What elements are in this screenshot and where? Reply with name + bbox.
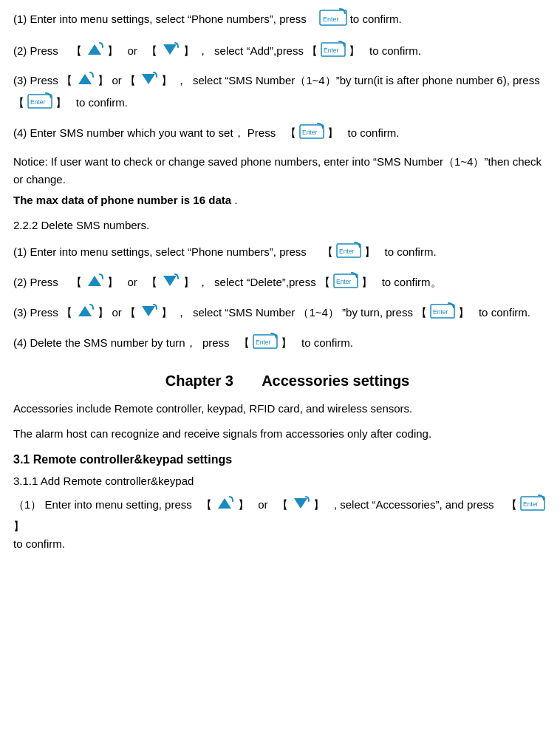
del-step3-para: (3) Press 【 】 or 【 】 ， select “SMS Numbe… xyxy=(13,302,547,325)
bracket-close-1: 】 xyxy=(107,44,118,57)
down-arrow-icon-d2 xyxy=(160,273,180,294)
svg-text:Enter: Enter xyxy=(256,339,270,346)
enter-icon-d4: Enter xyxy=(253,333,278,356)
step311-1-middle: , select “Accessories”, and press xyxy=(334,498,494,511)
bracket-open-4: 【 xyxy=(61,74,72,86)
bracket-close-d2c: 】 xyxy=(361,276,372,288)
section311-heading: 3.1.1 Add Remote controller&keypad xyxy=(13,472,547,490)
enter-icon-d3: Enter xyxy=(430,302,455,325)
notice-end: . xyxy=(234,194,237,206)
del-step1-text: (1) Enter into menu settings, select “Ph… xyxy=(13,245,307,258)
enter-icon-3: Enter xyxy=(27,92,52,115)
del-step1-confirm: to confirm. xyxy=(385,245,437,258)
bracket-close-3: 】 xyxy=(349,44,360,57)
del-step2-middle: ， select “Delete”,press xyxy=(197,276,316,288)
step2-add-prefix: (2) Press xyxy=(13,44,58,57)
bracket-close-d3a: 】 xyxy=(98,306,109,319)
del-step3-middle: ， select “SMS Number （1~4） ”by turn, pre… xyxy=(176,306,413,319)
enter-icon-d2: Enter xyxy=(333,272,358,295)
del-step2-para: (2) Press 【 】 or 【 】 ， select “Delete”,p… xyxy=(13,272,547,295)
step4-add-text: (4) Enter SMS number which you want to s… xyxy=(13,126,276,139)
bracket-close-311c: 】 xyxy=(13,520,24,532)
step311-1-suffix: to confirm. xyxy=(13,537,65,550)
notice-para: Notice: If user want to check or change … xyxy=(13,153,547,188)
bracket-close-d3b: 】 xyxy=(161,306,172,319)
up-arrow-icon-d3 xyxy=(75,303,95,324)
bracket-open-d2b: 【 xyxy=(146,276,157,288)
bracket-close-7: 】 xyxy=(327,126,338,139)
step1-add-para: (1) Enter into menu settings, select “Ph… xyxy=(13,7,547,33)
step3-add-middle: ， select “SMS Number（1~4）”by turn(it is … xyxy=(176,74,540,86)
bracket-close-2: 】 xyxy=(183,44,194,57)
up-arrow-icon-2 xyxy=(75,71,95,92)
bracket-open-d1: 【 xyxy=(322,245,333,258)
bracket-close-6: 】 xyxy=(55,96,66,109)
bracket-open-311c: 【 xyxy=(506,498,517,511)
del-step3-confirm: to confirm. xyxy=(479,306,530,319)
notice-bold-text: The max data of phone number is 16 data xyxy=(13,194,231,206)
enter-icon-311: Enter xyxy=(520,495,545,517)
svg-text:Enter: Enter xyxy=(30,98,45,106)
down-arrow-icon-2 xyxy=(139,71,158,92)
bracket-open-d2a: 【 xyxy=(71,276,82,288)
step311-1-para: （1） Enter into menu setting, press 【 】 o… xyxy=(13,495,547,553)
chapter3-subtitle: Accessories settings xyxy=(262,373,409,389)
del-step4-para: (4) Delete the SMS number by turn， press… xyxy=(13,333,547,356)
bracket-open-311a: 【 xyxy=(201,498,212,511)
bracket-open-1: 【 xyxy=(71,44,82,57)
svg-text:Enter: Enter xyxy=(339,248,354,255)
bracket-open-2: 【 xyxy=(146,44,157,57)
notice-bold-para: The max data of phone number is 16 data … xyxy=(13,191,547,209)
step4-add-confirm: to confirm. xyxy=(348,126,400,139)
up-arrow-icon-d2 xyxy=(85,273,104,294)
del-step4-confirm: to confirm. xyxy=(301,336,353,349)
bracket-open-d3b: 【 xyxy=(125,306,136,319)
chapter3-title: Chapter 3 xyxy=(165,373,233,389)
enter-icon-d1: Enter xyxy=(336,242,361,265)
svg-text:Enter: Enter xyxy=(323,16,339,23)
accessories-intro2-para: The alarm host can recognize and receive… xyxy=(13,425,547,443)
step1-add-text: (1) Enter into menu settings, select “Ph… xyxy=(13,13,307,25)
step2-add-middle: ， select “Add”,press xyxy=(197,44,304,57)
bracket-close-d4: 】 xyxy=(281,336,292,349)
step4-add-para: (4) Enter SMS number which you want to s… xyxy=(13,123,547,146)
step3-add-confirm: to confirm. xyxy=(76,96,128,109)
bracket-open-6: 【 xyxy=(13,96,24,109)
step3-add-prefix: (3) Press xyxy=(13,74,58,86)
chapter3-heading: Chapter 3 Accessories settings xyxy=(13,369,547,393)
bracket-open-5: 【 xyxy=(125,74,136,86)
bracket-open-3: 【 xyxy=(307,44,318,57)
step2-add-or: or xyxy=(127,44,137,57)
del-step2-or: or xyxy=(127,276,137,288)
del-step2-prefix: (2) Press xyxy=(13,276,58,288)
accessories-intro1: Accessories include Remote controller, k… xyxy=(13,402,412,415)
step311-1-prefix: （1） Enter into menu setting, press xyxy=(13,498,192,511)
step311-1-or: or xyxy=(258,498,267,511)
bracket-close-d1: 】 xyxy=(364,245,375,258)
bracket-open-311b: 【 xyxy=(277,498,288,511)
del-step1-para: (1) Enter into menu settings, select “Ph… xyxy=(13,242,547,265)
up-arrow-icon-1 xyxy=(85,41,104,63)
del-step3-or: or xyxy=(112,306,122,319)
bracket-open-d3a: 【 xyxy=(61,306,72,319)
accessories-intro2: The alarm host can recognize and receive… xyxy=(13,427,431,440)
step2-add-para: (2) Press 【 】 or 【 】 ， select “Add”,pres… xyxy=(13,41,547,64)
bracket-close-d3c: 】 xyxy=(458,306,469,319)
enter-icon-4: Enter xyxy=(299,123,324,146)
step1-add-confirm: to confirm. xyxy=(350,13,402,25)
bracket-open-7: 【 xyxy=(285,126,296,139)
accessories-intro1-para: Accessories include Remote controller, k… xyxy=(13,400,547,418)
up-arrow-icon-311 xyxy=(215,495,234,517)
del-step2-confirm: to confirm。 xyxy=(382,276,442,288)
bracket-close-311a: 】 xyxy=(238,498,249,511)
enter-icon-1: Enter xyxy=(319,7,347,33)
del-step3-prefix: (3) Press xyxy=(13,306,58,319)
svg-text:Enter: Enter xyxy=(302,129,317,136)
step3-add-para: (3) Press 【 】 or 【 】 ， select “SMS Numbe… xyxy=(13,71,547,115)
svg-text:Enter: Enter xyxy=(523,500,538,508)
bracket-close-d2a: 】 xyxy=(107,276,118,288)
section-222-title: 2.2.2 Delete SMS numbers. xyxy=(13,217,547,234)
bracket-open-d2c: 【 xyxy=(319,276,330,288)
down-arrow-icon-d3 xyxy=(139,303,158,324)
svg-text:Enter: Enter xyxy=(433,308,448,316)
